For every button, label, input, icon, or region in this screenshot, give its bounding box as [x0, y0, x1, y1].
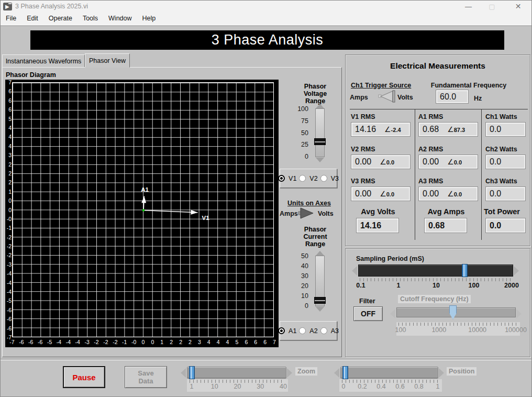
phasor-diagram-label: Phasor Diagram — [6, 71, 56, 79]
current-range-scale: 50403020100 — [294, 256, 312, 306]
cutoff-scale: 100100010000100000 — [401, 326, 516, 335]
radio-a2-label: A2 — [309, 327, 317, 335]
voltage-range-increment-arrow[interactable] — [316, 104, 324, 108]
current-range-increment-arrow[interactable] — [316, 251, 324, 256]
close-button[interactable]: ✕ — [506, 1, 530, 13]
save-data-button[interactable]: Save Data — [125, 366, 167, 388]
zoom-slider-track[interactable] — [187, 367, 286, 379]
pause-button[interactable]: Pause — [63, 366, 105, 388]
window-title: 3 Phase Analysis 2025.vi — [15, 3, 88, 10]
menu-operate[interactable]: Operate — [43, 13, 77, 25]
voltage-range-slider-thumb[interactable] — [314, 138, 326, 145]
menu-window[interactable]: Window — [103, 13, 137, 25]
phasor-vectors: V1A1 — [13, 83, 274, 338]
voltage-range-scale: 1007550250 — [294, 109, 312, 157]
phasor-x-axis-labels: -7-6-6-6-5-4-4-4-3-2-2-2-1-0001222344456… — [12, 339, 274, 346]
avg-amps-indicator: 0.68 — [424, 218, 467, 233]
tot-power-indicator: 0.0 — [485, 218, 526, 233]
menu-tools[interactable]: Tools — [77, 13, 103, 25]
avg-volts-label: Avg Volts — [351, 207, 405, 216]
measurements-divider-v1 — [415, 109, 415, 240]
menu-file[interactable]: File — [1, 13, 21, 25]
radio-v2[interactable] — [299, 175, 306, 182]
zoom-scale-background: 110203040 — [187, 379, 288, 392]
sampling-period-label: Sampling Period (mS) — [356, 255, 424, 262]
menu-edit[interactable]: Edit — [21, 13, 43, 25]
units-volts-label: Volts — [318, 210, 334, 217]
sampling-slider-track[interactable] — [358, 264, 513, 277]
maximize-button[interactable]: ▢ — [480, 1, 504, 13]
measurements-title: Electrical Measurements — [346, 61, 530, 71]
position-decrement-arrow[interactable] — [334, 368, 339, 378]
position-slider-track[interactable] — [340, 367, 438, 379]
phasor-grid: V1A1 — [12, 82, 274, 337]
a1-rms-label: A1 RMS — [418, 113, 443, 120]
avg-amps-label: Avg Amps — [419, 207, 473, 216]
radio-a3-label: A3 — [331, 327, 339, 335]
position-scale-background: 00.20.40.60.81 — [339, 379, 442, 392]
filter-label: Filter — [359, 297, 375, 305]
tot-power-label: Tot Power — [484, 207, 520, 216]
app-banner: 3 Phase Analysis — [30, 30, 504, 50]
ch3-watts-label: Ch3 Watts — [485, 178, 517, 185]
menu-bar: File Edit Operate Tools Window Help — [1, 13, 532, 25]
trigger-amps-label: Amps — [350, 94, 368, 101]
tab-phasor-view[interactable]: Phasor View — [85, 53, 130, 68]
cutoff-frequency-label: Cutoff Frequency (Hz) — [398, 295, 471, 303]
current-range-decrement-arrow[interactable] — [316, 307, 324, 312]
sampling-increment-arrow[interactable] — [514, 266, 519, 275]
sampling-decrement-arrow[interactable] — [352, 266, 357, 275]
units-amps-label: Amps — [280, 210, 298, 217]
v3-rms-label: V3 RMS — [351, 178, 375, 185]
current-range-slider-thumb[interactable] — [314, 297, 326, 304]
voltage-range-slider-track[interactable] — [315, 108, 325, 157]
zoom-decrement-arrow[interactable] — [181, 368, 186, 378]
radio-v3-label: V3 — [331, 175, 339, 182]
ch2-watts-indicator: 0.0 — [485, 155, 526, 169]
tab-instantaneous-waveforms[interactable]: Instantaneous Waveforms — [2, 54, 85, 68]
svg-text:V1: V1 — [202, 215, 209, 221]
zoom-slider-label: Zoom — [295, 367, 317, 376]
zoom-increment-arrow[interactable] — [287, 368, 292, 378]
ch1-trigger-source-label: Ch1 Trigger Source — [351, 82, 411, 89]
measurements-divider-v2 — [481, 109, 482, 240]
filter-off-button[interactable]: OFF — [353, 306, 383, 321]
trigger-volts-label: Volts — [397, 94, 413, 101]
radio-a2[interactable] — [299, 327, 306, 334]
v2-rms-label: V2 RMS — [351, 146, 375, 153]
ch1-watts-indicator: 0.0 — [485, 122, 526, 137]
units-on-axes-toggle[interactable] — [298, 206, 316, 220]
zoom-scale: 110203040 — [192, 383, 283, 391]
zoom-slider-thumb[interactable] — [189, 366, 195, 379]
radio-a3[interactable] — [320, 327, 327, 334]
phasor-current-range-label: Phasor Current Range — [291, 226, 339, 248]
title-bar: 3 Phase Analysis 2025.vi — ▢ ✕ — [1, 1, 532, 13]
trigger-source-toggle[interactable] — [378, 89, 399, 104]
cutoff-decrement-arrow[interactable] — [390, 309, 395, 318]
sampling-filter-panel: Sampling Period (mS) 0.11101002000 Filte… — [345, 248, 530, 357]
a3-rms-indicator: 0.00 ∠0.0 — [418, 186, 478, 201]
ch2-watts-label: Ch2 Watts — [485, 146, 517, 153]
fundamental-frequency-input[interactable]: 60.0 — [436, 90, 469, 104]
hz-unit-label: Hz — [474, 95, 482, 102]
a2-rms-label: A2 RMS — [418, 146, 443, 153]
fundamental-frequency-label: Fundamental Frequency — [424, 82, 513, 89]
menu-help[interactable]: Help — [137, 13, 161, 25]
radio-v3[interactable] — [320, 175, 327, 182]
radio-v1-label: V1 — [289, 175, 296, 182]
position-increment-arrow[interactable] — [439, 368, 444, 378]
radio-a1-label: A1 — [289, 327, 296, 335]
a2-rms-indicator: 0.00 ∠0.0 — [418, 155, 478, 169]
phasor-voltage-range-label: Phasor Voltage Range — [291, 83, 339, 105]
sampling-slider-thumb[interactable] — [462, 264, 468, 277]
cutoff-increment-arrow[interactable] — [516, 309, 522, 318]
minimize-button[interactable]: — — [457, 1, 480, 13]
v2-rms-indicator: 0.00 ∠0.0 — [351, 155, 411, 169]
phasor-y-axis-labels: 766654443222100-0-1-2-2-2-3-4-4-4-5-6-6-… — [5, 82, 12, 337]
radio-a1[interactable] — [278, 327, 285, 334]
radio-v1[interactable] — [278, 175, 285, 182]
units-on-axes-label: Units on Axes — [287, 200, 331, 207]
position-slider-thumb[interactable] — [342, 366, 348, 379]
footer-divider — [1, 359, 532, 360]
voltage-range-decrement-arrow[interactable] — [316, 158, 324, 162]
